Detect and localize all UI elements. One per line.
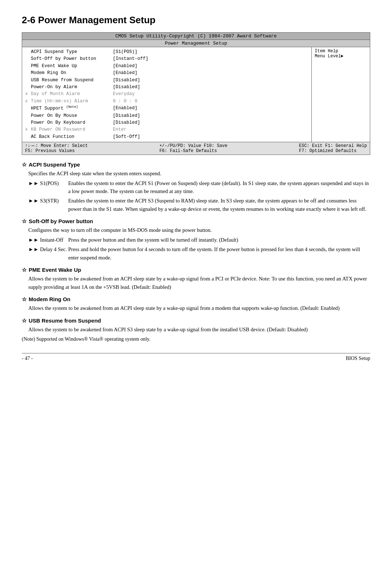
bios-footer-mid2: F6: Fail-Safe Defaults: [159, 148, 227, 153]
bios-footer-left1: ↑↓→←: Move Enter: Select: [25, 143, 88, 148]
bios-row: Modem Ring On[Enabled]: [25, 70, 309, 77]
footer-page-number: - 47 -: [22, 356, 33, 361]
bios-row: Soft-Off by Power button[Instant-off]: [25, 56, 309, 62]
heading-soft-off-power-button: ☆Soft-Off by Power button: [22, 218, 370, 225]
bios-setup-box: CMOS Setup Utility-Copyright (C) 1984-20…: [22, 32, 370, 155]
body-acpi-suspend-type: Specifies the ACPI sleep state when the …: [28, 169, 370, 213]
page-footer: - 47 - BIOS Setup: [22, 353, 370, 361]
bios-row: Power-On by Alarm[Disabled]: [25, 84, 309, 91]
footer-bios-label: BIOS Setup: [346, 356, 370, 361]
bios-footer-right2: F7: Optimized Defaults: [299, 148, 367, 153]
bios-footer-left: ↑↓→←: Move Enter: Select F5: Previous Va…: [25, 143, 88, 153]
heading-acpi-suspend-type: ☆ACPI Suspend Type: [22, 161, 370, 168]
bios-header2: Power Management Setup: [22, 40, 370, 47]
body-modem-ring-on: Allows the system to be awakened from an…: [28, 304, 370, 312]
section-modem-ring-on: ☆Modem Ring OnAllows the system to be aw…: [22, 296, 370, 312]
bios-settings-list: ACPI Suspend Type[S1(POS)]Soft-Off by Po…: [22, 47, 312, 142]
heading-pme-event-wake-up: ☆PME Event Wake Up: [22, 267, 370, 273]
bullet-item: ►► S3(STR)Enables the system to enter th…: [28, 197, 370, 213]
bios-row: Power On By Keyboard[Disabled]: [25, 119, 309, 126]
item-help-label: Item Help: [315, 49, 367, 54]
sections-container: ☆ACPI Suspend TypeSpecifies the ACPI sle…: [22, 161, 370, 333]
bios-footer-mid1: +/-/PU/PD: Value F10: Save: [159, 143, 227, 148]
bios-row: xDay of Month AlarmEveryday: [25, 91, 309, 98]
body-usb-resume-from-suspend: Allows the system to be awakened from AC…: [28, 325, 370, 333]
bios-row: ACPI Suspend Type[S1(POS)]: [25, 49, 309, 56]
intro-acpi-suspend-type: Specifies the ACPI sleep state when the …: [28, 169, 370, 177]
bios-header1: CMOS Setup Utility-Copyright (C) 1984-20…: [22, 33, 370, 40]
bullet-item: ►► Instant-OffPress the power button and…: [28, 236, 370, 244]
bios-footer-right1: ESC: Exit F1: General Help: [299, 143, 367, 148]
bios-content-area: ACPI Suspend Type[S1(POS)]Soft-Off by Po…: [22, 47, 370, 142]
section-soft-off-power-button: ☆Soft-Off by Power buttonConfigures the …: [22, 218, 370, 262]
bios-row: xKB Power ON PasswordEnter: [25, 126, 309, 133]
section-usb-resume-from-suspend: ☆USB Resume from SuspendAllows the syste…: [22, 317, 370, 333]
section-acpi-suspend-type: ☆ACPI Suspend TypeSpecifies the ACPI sle…: [22, 161, 370, 213]
note-line: (Note) Supported on Windows® Vista® oper…: [22, 336, 370, 342]
bios-footer-right: ESC: Exit F1: General Help F7: Optimized…: [299, 143, 367, 153]
bios-row: HPET Support (Note)[Enabled]: [25, 105, 309, 112]
heading-modem-ring-on: ☆Modem Ring On: [22, 296, 370, 303]
bios-row: Power On By Mouse[Disabled]: [25, 112, 309, 119]
body-soft-off-power-button: Configures the way to turn off the compu…: [28, 226, 370, 262]
intro-usb-resume-from-suspend: Allows the system to be awakened from AC…: [28, 325, 370, 333]
bios-row: xTime (hh:mm:ss) Alarm0 : 0 : 0: [25, 98, 309, 105]
bios-footer-left2: F5: Previous Values: [25, 148, 88, 153]
bios-footer-mid: +/-/PU/PD: Value F10: Save F6: Fail-Safe…: [159, 143, 227, 153]
bios-row: AC Back Function[Soft-Off]: [25, 134, 309, 140]
bios-row: PME Event Wake Up[Enabled]: [25, 63, 309, 70]
menu-level-label: Menu Level►: [315, 54, 367, 59]
intro-soft-off-power-button: Configures the way to turn off the compu…: [28, 226, 370, 234]
section-pme-event-wake-up: ☆PME Event Wake UpAllows the system to b…: [22, 267, 370, 291]
bullet-item: ►► S1(POS)Enables the system to enter th…: [28, 179, 370, 196]
bios-footer: ↑↓→←: Move Enter: Select F5: Previous Va…: [22, 142, 370, 155]
intro-pme-event-wake-up: Allows the system to be awakened from an…: [28, 275, 370, 291]
page-title: 2-6 Power Management Setup: [22, 15, 370, 26]
bullet-item: ►► Delay 4 Sec.Press and hold the power …: [28, 245, 370, 262]
intro-modem-ring-on: Allows the system to be awakened from an…: [28, 304, 370, 312]
body-pme-event-wake-up: Allows the system to be awakened from an…: [28, 275, 370, 291]
bios-row: USB Resume from Suspend[Disabled]: [25, 77, 309, 84]
heading-usb-resume-from-suspend: ☆USB Resume from Suspend: [22, 317, 370, 324]
bios-help-panel: Item Help Menu Level►: [312, 47, 370, 142]
